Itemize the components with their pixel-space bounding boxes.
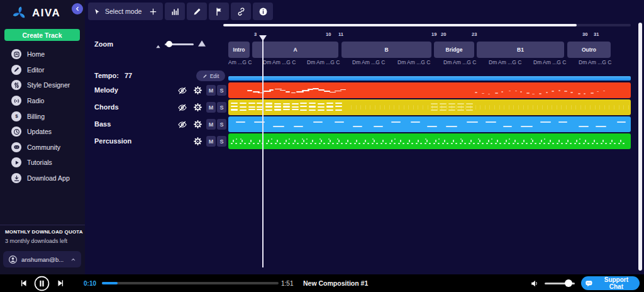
mute-button[interactable]: M <box>206 136 216 147</box>
hide-track-button[interactable] <box>177 103 187 113</box>
note-mark <box>526 93 530 94</box>
note-mark <box>404 105 404 110</box>
create-track-button[interactable]: Create Track <box>4 29 80 41</box>
track-lane-melody[interactable] <box>228 82 631 98</box>
sidebar-item-tutorials[interactable]: Tutorials <box>0 155 85 171</box>
section-intro[interactable]: Intro <box>228 42 250 58</box>
track-lane-chords[interactable] <box>228 99 631 115</box>
hide-track-button[interactable] <box>177 86 187 96</box>
note-mark <box>457 110 464 111</box>
solo-button[interactable]: S <box>217 102 226 113</box>
track-settings-button[interactable] <box>192 137 203 147</box>
note-mark <box>394 143 396 144</box>
sidebar-item-updates[interactable]: Updates <box>0 124 85 140</box>
note-mark <box>611 140 613 142</box>
note-mark <box>448 103 455 104</box>
tempo-automation-strip[interactable] <box>228 76 631 81</box>
select-mode-button[interactable]: Select mode <box>88 3 149 20</box>
sidebar-item-download-app[interactable]: Download App <box>0 171 85 186</box>
note-mark <box>258 93 264 94</box>
mute-button[interactable]: M <box>206 102 216 113</box>
flag-button[interactable] <box>209 3 229 20</box>
note-mark <box>420 143 422 144</box>
solo-button[interactable]: S <box>217 136 226 147</box>
progress-bar[interactable] <box>102 282 279 284</box>
link-button[interactable] <box>231 3 251 20</box>
note-mark <box>576 140 577 142</box>
note-mark <box>233 140 234 142</box>
sidebar-item-billing[interactable]: $ Billing <box>0 108 85 124</box>
note-mark <box>274 109 281 110</box>
note-mark <box>240 143 242 144</box>
section-outro[interactable]: Outro <box>567 42 611 58</box>
track-settings-button[interactable] <box>192 120 203 130</box>
ruler-mark: 20 <box>441 31 446 37</box>
horizontal-scrollbar-thumb[interactable] <box>223 24 577 26</box>
note-mark <box>488 94 490 95</box>
user-menu[interactable]: anshuman@b... <box>3 251 81 267</box>
track-settings-button[interactable] <box>192 103 203 113</box>
zoom-in-icon[interactable] <box>197 38 207 48</box>
sidebar-item-home[interactable]: Home <box>0 47 85 62</box>
section-b1[interactable]: B1 <box>477 42 564 58</box>
note-mark <box>453 140 454 142</box>
draw-button[interactable] <box>187 3 207 20</box>
sidebar-collapse-button[interactable] <box>72 3 83 14</box>
mute-button[interactable]: M <box>206 119 216 130</box>
note-mark <box>259 140 260 142</box>
section-a[interactable]: A <box>252 42 338 58</box>
track-name-percussion: Percussion <box>94 137 131 145</box>
pencil-icon <box>11 65 21 75</box>
vertical-scrollbar[interactable] <box>638 23 642 271</box>
tempo-label: Tempo: <box>94 72 119 79</box>
hide-track-button[interactable] <box>177 120 187 130</box>
section-b[interactable]: B <box>341 42 431 58</box>
solo-button[interactable]: S <box>217 85 226 96</box>
track-settings-button[interactable] <box>192 86 203 96</box>
dynamics-button[interactable] <box>165 3 185 20</box>
track-name-melody: Melody <box>94 86 118 94</box>
info-button[interactable] <box>253 3 273 20</box>
track-lane-bass[interactable] <box>228 116 631 132</box>
note-mark <box>380 143 382 144</box>
note-mark <box>541 140 542 142</box>
timeline-ruler[interactable]: 310111920233031 <box>228 31 631 40</box>
note-mark <box>328 138 330 140</box>
note-mark <box>319 143 321 144</box>
note-mark <box>247 90 252 91</box>
note-mark <box>435 140 436 142</box>
track-controls-bass: Bass M S <box>88 116 226 132</box>
mute-solo-group: M S <box>206 136 226 147</box>
skip-back-button[interactable] <box>19 279 28 288</box>
sidebar-item-editor[interactable]: Editor <box>0 62 85 78</box>
playhead-handle[interactable] <box>259 35 267 41</box>
ruler-mark: 3 <box>254 31 257 37</box>
zoom-slider-thumb[interactable] <box>166 41 172 47</box>
add-button[interactable] <box>143 3 163 20</box>
sidebar-item-community[interactable]: Community <box>0 140 85 155</box>
note-mark <box>411 143 413 144</box>
support-chat-button[interactable]: Support Chat <box>581 276 640 290</box>
note-mark <box>601 143 602 144</box>
skip-forward-button[interactable] <box>56 279 65 288</box>
mute-button[interactable]: M <box>206 85 216 96</box>
note-mark <box>314 143 316 144</box>
note-mark <box>300 103 307 104</box>
note-mark <box>389 143 391 144</box>
pause-button[interactable] <box>34 276 50 291</box>
note-mark <box>518 105 519 110</box>
volume-slider-thumb[interactable] <box>565 279 572 287</box>
edit-tempo-button[interactable]: Edit <box>196 70 225 81</box>
note-mark <box>277 140 278 142</box>
zoom-out-icon[interactable] <box>155 41 162 48</box>
sidebar-item-style-designer[interactable]: Style Designer <box>0 77 85 93</box>
sidebar-item-radio[interactable]: Radio <box>0 93 85 109</box>
playhead-line[interactable] <box>262 38 264 267</box>
gear-icon <box>193 120 203 129</box>
solo-button[interactable]: S <box>217 119 226 130</box>
gear-icon <box>193 103 203 112</box>
volume-button[interactable] <box>530 279 540 288</box>
note-mark <box>292 109 299 110</box>
track-lane-percussion[interactable] <box>228 133 631 149</box>
section-bridge[interactable]: Bridge <box>434 42 474 58</box>
